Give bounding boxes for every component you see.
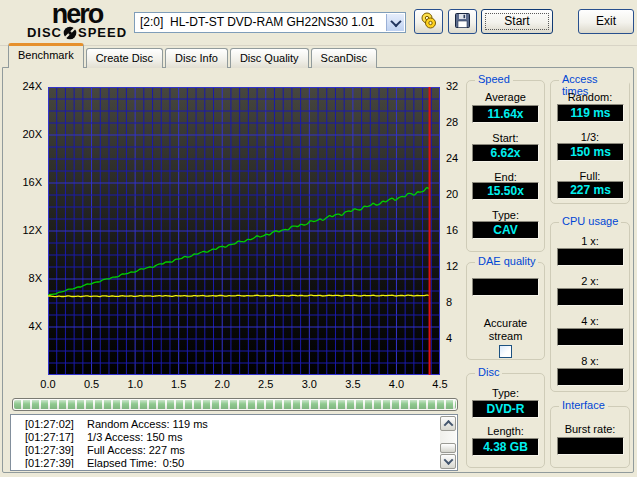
cpu-usage-group-title: CPU usage [559, 215, 621, 227]
axis-tick-label: 12X [8, 224, 42, 237]
random-label: Random: [551, 91, 629, 103]
chart-plot-area [48, 87, 440, 375]
cpu-1x-value [557, 248, 624, 266]
speed-group-title: Speed [475, 73, 513, 85]
chevron-down-icon [443, 455, 453, 465]
log-line: [01:27:39]Full Access: 227 ms [25, 444, 437, 457]
tab-scandisc[interactable]: ScanDisc [311, 48, 377, 68]
axis-tick-label: 16X [8, 176, 42, 189]
axis-tick-label: 8X [8, 272, 42, 285]
axis-tick-label: 0.5 [79, 378, 105, 391]
one-third-label: 1/3: [551, 131, 629, 143]
full-access-value: 227 ms [557, 181, 624, 199]
interface-group-title: Interface [559, 399, 608, 411]
logo-discspeed-text: DISC SPEED [10, 26, 144, 40]
interface-group: Interface Burst rate: [550, 406, 630, 468]
accurate-stream-label-line2: stream [467, 330, 544, 342]
average-speed-value: 11.64x [472, 105, 539, 123]
log-timestamp: [01:27:39] [25, 444, 87, 457]
save-button[interactable] [448, 9, 477, 34]
chevron-down-icon [390, 15, 401, 26]
app-logo: nero DISC SPEED [10, 2, 144, 43]
access-times-group: Access times Random: 119 ms 1/3: 150 ms … [550, 80, 630, 204]
axis-tick-label: 4.0 [383, 378, 409, 391]
cpu-4x-value [557, 328, 624, 346]
log-listbox: [01:27:02]Random Access: 119 ms [01:27:1… [10, 414, 458, 471]
chevron-up-icon [443, 420, 453, 430]
axis-tick-label: 3.5 [340, 378, 366, 391]
log-text: 1/3 Access: 150 ms [87, 431, 182, 444]
logo-nero-text: nero [10, 2, 144, 26]
log-lines: [01:27:02]Random Access: 119 ms [01:27:1… [25, 418, 437, 468]
dae-quality-group-title: DAE quality [475, 255, 538, 267]
axis-tick-label: 1.0 [122, 378, 148, 391]
burst-rate-label: Burst rate: [551, 423, 629, 435]
cpu-usage-group: CPU usage 1 x: 2 x: 4 x: 8 x: [550, 222, 630, 392]
scrollbar-thumb[interactable] [440, 443, 456, 453]
drive-selector[interactable]: [2:0] HL-DT-ST DVD-RAM GH22NS30 1.01 [134, 12, 406, 33]
floppy-disk-icon [449, 10, 476, 32]
log-timestamp: [01:27:02] [25, 418, 87, 431]
disc-length-label: Length: [467, 425, 544, 437]
tab-benchmark[interactable]: Benchmark [8, 43, 84, 68]
log-text: Full Access: 227 ms [87, 444, 185, 457]
axis-tick-label: 20X [8, 128, 42, 141]
axis-tick-label: 3.0 [296, 378, 322, 391]
axis-tick-label: 4X [8, 320, 42, 333]
progress-bar [12, 398, 458, 411]
cpu-4x-label: 4 x: [551, 315, 629, 327]
axis-tick-label: 1.5 [166, 378, 192, 391]
log-line: [01:27:17]1/3 Access: 150 ms [25, 431, 437, 444]
disc-type-label: Type: [467, 387, 544, 399]
log-scrollbar[interactable] [440, 416, 456, 469]
eject-discs-button[interactable] [414, 9, 443, 34]
chart-canvas [48, 87, 440, 375]
random-access-value: 119 ms [557, 104, 624, 122]
type-label: Type: [467, 209, 544, 221]
disc-logo-icon [63, 26, 77, 40]
cpu-2x-value [557, 288, 624, 306]
start-label: Start: [467, 132, 544, 144]
dae-quality-group: DAE quality Accurate stream [466, 262, 545, 360]
start-speed-value: 6.62x [472, 144, 539, 162]
disc-length-value: 4.38 GB [472, 438, 539, 456]
speed-type-value: CAV [472, 221, 539, 239]
accurate-stream-checkbox[interactable] [499, 345, 512, 358]
end-speed-value: 15.50x [472, 182, 539, 200]
log-timestamp: [01:27:39] [25, 457, 87, 468]
log-text: Elapsed Time: 0:50 [87, 457, 184, 468]
axis-tick-label: 24X [8, 80, 42, 93]
drive-selector-dropdown-button[interactable] [386, 14, 404, 31]
log-line: [01:27:39]Elapsed Time: 0:50 [25, 457, 437, 468]
tab-disc-quality[interactable]: Disc Quality [230, 48, 309, 68]
tab-bar: Benchmark Create Disc Disc Info Disc Qua… [8, 46, 379, 68]
progress-bar-fill [14, 400, 456, 409]
start-button[interactable]: Start [481, 9, 553, 34]
axis-tick-label: 4.5 [427, 378, 453, 391]
average-label: Average [467, 91, 544, 103]
accurate-stream-label-line1: Accurate [467, 317, 544, 329]
burst-rate-value [557, 437, 624, 455]
tab-create-disc[interactable]: Create Disc [86, 48, 163, 68]
dae-quality-value [472, 278, 539, 296]
benchmark-chart: 24X20X16X12X8X4X322824201612840.00.51.01… [8, 80, 478, 396]
discs-icon [415, 10, 442, 32]
cpu-1x-label: 1 x: [551, 235, 629, 247]
log-timestamp: [01:27:17] [25, 431, 87, 444]
exit-button[interactable]: Exit [578, 9, 634, 34]
log-text: Random Access: 119 ms [87, 418, 208, 431]
drive-selector-value: [2:0] HL-DT-ST DVD-RAM GH22NS30 1.01 [140, 13, 385, 32]
cpu-8x-value [557, 368, 624, 386]
disc-group: Disc Type: DVD-R Length: 4.38 GB [466, 373, 545, 468]
cpu-2x-label: 2 x: [551, 275, 629, 287]
scroll-down-button[interactable] [440, 454, 456, 469]
axis-tick-label: 0.0 [35, 378, 61, 391]
scroll-up-button[interactable] [440, 416, 456, 431]
cpu-8x-label: 8 x: [551, 355, 629, 367]
toolbar: nero DISC SPEED [2:0] HL-DT-ST DVD-RAM G… [0, 0, 637, 46]
tab-disc-info[interactable]: Disc Info [165, 48, 228, 68]
disc-type-value: DVD-R [472, 400, 539, 418]
axis-tick-label: 2.5 [253, 378, 279, 391]
axis-tick-label: 2.0 [209, 378, 235, 391]
one-third-access-value: 150 ms [557, 143, 624, 161]
